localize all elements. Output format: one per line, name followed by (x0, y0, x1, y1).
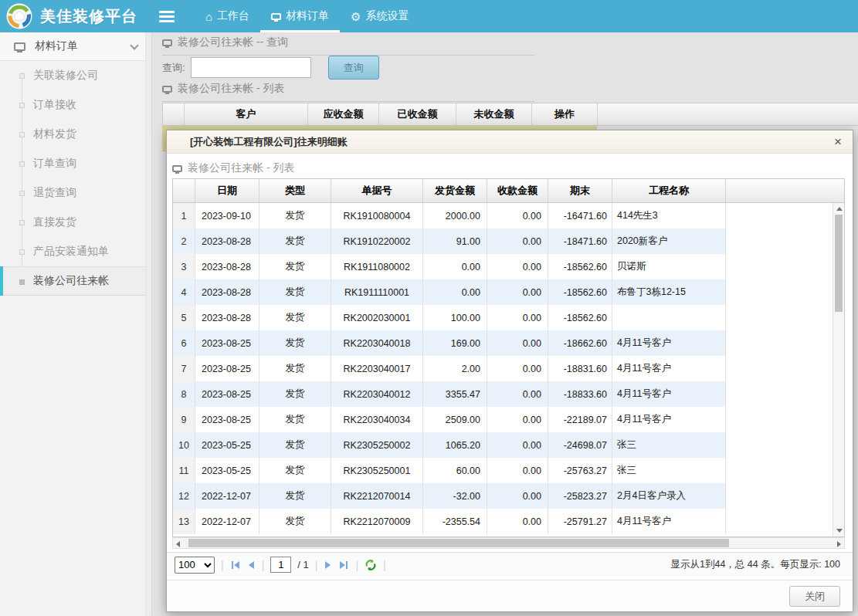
scroll-left-icon[interactable] (176, 541, 180, 547)
table-row[interactable]: 11 2023-05-25 发货 RK2305250001 60.00 0.00… (173, 458, 844, 483)
bullet-icon (19, 132, 25, 137)
cell-project: 4月11号客户 (612, 509, 726, 534)
last-page-button[interactable] (338, 561, 349, 569)
cell-ship-amount: 1065.20 (423, 432, 487, 458)
cell-ship-amount: 0.00 (423, 254, 487, 279)
table-row[interactable]: 7 2023-08-25 发货 RK2203040017 2.00 0.00 -… (173, 356, 844, 381)
sidebar-item-label: 关联装修公司 (33, 69, 98, 83)
vertical-scrollbar[interactable] (833, 203, 844, 536)
sidebar-item[interactable]: 材料发货 (0, 120, 151, 149)
cell-project: 2月4日客户录入 (612, 483, 726, 509)
gear-icon: ⚙ (351, 11, 361, 22)
sidebar-item[interactable]: 退货查询 (0, 178, 151, 208)
table-row[interactable]: 1 2023-09-10 发货 RK1910080004 2000.00 0.0… (173, 203, 844, 228)
column-header-balance[interactable]: 期末 (548, 179, 612, 202)
cell-project: 张三 (612, 432, 726, 458)
table-row[interactable]: 12 2022-12-07 发货 RK2212070014 -32.00 0.0… (173, 483, 844, 509)
table-row[interactable]: 9 2023-08-25 发货 RK2203040034 2509.00 0.0… (173, 407, 844, 432)
query-section-title: 装修公司往来帐 -- 查询 (178, 36, 288, 49)
cell-balance: -25823.27 (548, 483, 612, 509)
scroll-up-icon[interactable] (836, 207, 843, 211)
cell-type: 发货 (259, 381, 331, 407)
sidebar-item[interactable]: 订单查询 (0, 149, 151, 178)
column-header-ship-amount[interactable]: 发货金额 (423, 179, 487, 202)
sidebar-item[interactable]: 订单接收 (0, 90, 151, 120)
cell-rownum: 10 (173, 432, 195, 458)
nav-item[interactable]: 材料订单 (260, 0, 340, 32)
cell-rownum: 12 (173, 483, 195, 509)
sidebar-item[interactable]: 装修公司往来帐 (0, 266, 151, 296)
cell-project: 布鲁丁3栋12-15 (612, 279, 726, 305)
cell-balance: -25763.27 (548, 458, 612, 483)
page-number-input[interactable] (270, 557, 291, 573)
hamburger-menu-icon[interactable] (159, 11, 175, 22)
search-input[interactable] (191, 57, 311, 78)
column-header-receipt-amount[interactable]: 收款金额 (487, 179, 548, 202)
table-row[interactable]: 5 2023-08-28 发货 RK2002030001 100.00 0.00… (173, 305, 844, 330)
table-row[interactable]: 6 2023-08-25 发货 RK2203040018 169.00 0.00… (173, 330, 844, 356)
sidebar-group-material-orders[interactable]: 材料订单 (0, 32, 151, 61)
column-header-customer[interactable]: 客户 (185, 103, 308, 125)
table-row[interactable]: 2 2023-08-28 发货 RK1910220002 91.00 0.00 … (173, 228, 844, 254)
cell-docno: RK2305250002 (331, 432, 423, 458)
close-icon[interactable]: × (834, 135, 842, 148)
column-header-receivable[interactable]: 应收金额 (308, 103, 379, 125)
scroll-down-icon[interactable] (836, 529, 843, 533)
cell-receipt-amount: 0.00 (487, 458, 548, 483)
column-header-docno[interactable]: 单据号 (331, 179, 423, 202)
cell-filler (726, 305, 844, 330)
page-size-select[interactable]: 100 (175, 557, 215, 574)
nav-item[interactable]: ⚙ 系统设置 (340, 0, 419, 32)
scroll-right-icon[interactable] (837, 541, 841, 547)
cell-project: 4月11号客户 (612, 407, 726, 432)
nav-item[interactable]: ⌂ 工作台 (195, 0, 260, 32)
cell-type: 发货 (259, 356, 331, 381)
cell-balance: -18831.60 (548, 356, 612, 381)
sidebar-item-label: 退货查询 (33, 186, 76, 200)
cell-project: 2020新客户 (612, 228, 726, 254)
sidebar-scrollbar[interactable] (145, 32, 151, 616)
cell-project: 张三 (612, 458, 726, 483)
column-header-project[interactable]: 工程名称 (612, 179, 726, 202)
query-row: 查询: 查询 (162, 56, 379, 80)
sidebar-item[interactable]: 产品安装通知单 (0, 237, 151, 266)
prev-page-button[interactable] (247, 561, 256, 569)
column-header-unreceived[interactable]: 未收金额 (456, 103, 532, 125)
sidebar-group-label: 材料订单 (35, 39, 78, 53)
close-button[interactable]: 关闭 (789, 586, 840, 607)
refresh-icon[interactable] (365, 559, 377, 571)
column-header-type[interactable]: 类型 (259, 179, 331, 202)
cell-balance: -16471.60 (548, 203, 612, 228)
column-header-rownum (163, 103, 185, 125)
horizontal-scroll-thumb[interactable] (188, 539, 729, 547)
column-header-received[interactable]: 已收金额 (379, 103, 456, 125)
first-page-button[interactable] (230, 561, 241, 569)
bullet-icon (19, 249, 25, 255)
table-row[interactable]: 13 2022-12-07 发货 RK2212070009 -2355.54 0… (173, 509, 844, 534)
query-button[interactable]: 查询 (328, 56, 379, 80)
cell-ship-amount: 3355.47 (423, 381, 487, 407)
cell-docno: RK1911110001 (331, 279, 423, 305)
sidebar-item[interactable]: 直接发货 (0, 208, 151, 237)
cell-balance: -18833.60 (548, 381, 612, 407)
table-row[interactable]: 8 2023-08-25 发货 RK2203040012 3355.47 0.0… (173, 381, 844, 407)
column-header-date[interactable]: 日期 (195, 179, 259, 202)
cell-rownum: 7 (173, 356, 195, 381)
vertical-scroll-thumb[interactable] (835, 215, 843, 312)
sidebar-item[interactable]: 关联装修公司 (0, 61, 151, 90)
cell-ship-amount: 91.00 (423, 228, 487, 254)
query-label: 查询: (162, 61, 185, 75)
column-header-actions[interactable]: 操作 (532, 103, 598, 125)
table-row[interactable]: 4 2023-08-28 发货 RK1911110001 0.00 0.00 -… (173, 279, 844, 305)
query-section-header: 装修公司往来帐 -- 查询 (162, 36, 534, 56)
bullet-icon (19, 220, 25, 225)
table-row[interactable]: 3 2023-08-28 发货 RK1911080002 0.00 0.00 -… (173, 254, 844, 279)
cell-balance: -18471.60 (548, 228, 612, 254)
cell-receipt-amount: 0.00 (487, 407, 548, 432)
modal-section-title: 装修公司往来帐 - 列表 (188, 161, 294, 175)
table-row[interactable]: 10 2023-05-25 发货 RK2305250002 1065.20 0.… (173, 432, 844, 458)
next-page-button[interactable] (324, 561, 332, 569)
cell-docno: RK2002030001 (331, 305, 423, 330)
horizontal-scrollbar[interactable] (172, 537, 845, 549)
cell-rownum: 5 (173, 305, 195, 330)
